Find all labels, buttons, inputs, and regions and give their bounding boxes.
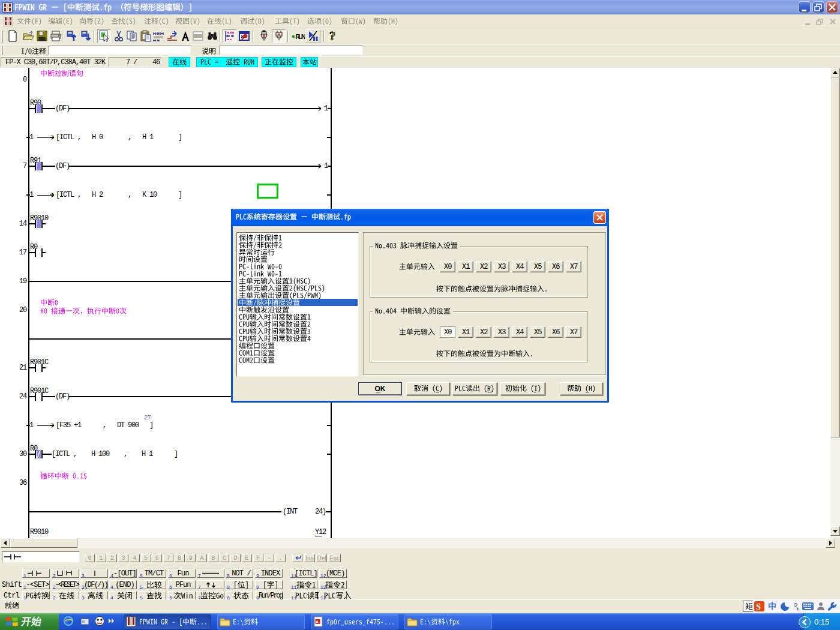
svg-text:A: A xyxy=(316,620,319,624)
svg-text:S: S xyxy=(756,602,761,611)
svg-text:RUN: RUN xyxy=(296,34,306,40)
svg-text:?: ? xyxy=(329,30,335,42)
svg-text:e: e xyxy=(66,617,70,625)
